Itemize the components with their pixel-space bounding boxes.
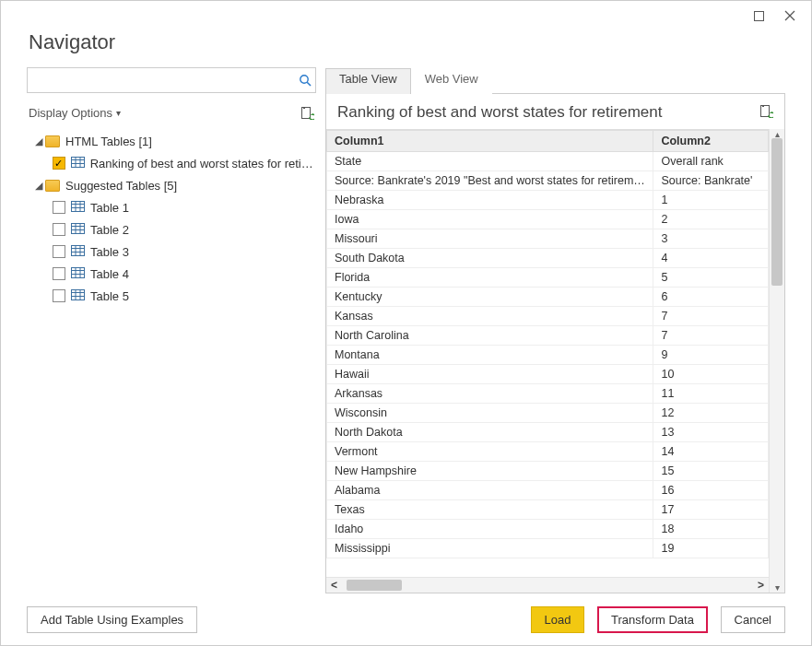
cell-column1: New Hampshire bbox=[327, 462, 653, 481]
maximize-button[interactable] bbox=[743, 5, 774, 27]
tree-item-table1[interactable]: Table 1 bbox=[27, 196, 316, 218]
scroll-right-icon[interactable]: > bbox=[753, 579, 769, 592]
search-input[interactable] bbox=[28, 74, 295, 88]
scroll-left-icon[interactable]: < bbox=[326, 579, 342, 592]
horizontal-scrollbar[interactable]: < > bbox=[326, 577, 769, 593]
table-row[interactable]: Montana9 bbox=[327, 346, 769, 365]
tree-group-suggested-tables[interactable]: ◢ Suggested Tables [5] bbox=[27, 174, 316, 196]
table-row[interactable]: North Carolina7 bbox=[327, 326, 769, 346]
cell-column1: Arkansas bbox=[327, 384, 653, 404]
preview-tabs: Table View Web View bbox=[325, 67, 785, 93]
table-row[interactable]: Source: Bankrate's 2019 "Best and worst … bbox=[327, 171, 769, 191]
table-row[interactable]: Nebraska1 bbox=[327, 191, 769, 210]
cell-column1: Hawaii bbox=[327, 365, 653, 384]
table-row[interactable]: South Dakota4 bbox=[327, 249, 769, 268]
checkbox[interactable] bbox=[53, 289, 65, 302]
cell-column1: North Carolina bbox=[327, 326, 653, 346]
tree-item-table5[interactable]: Table 5 bbox=[27, 285, 316, 307]
cell-column1: Missouri bbox=[327, 229, 653, 249]
cell-column2: 3 bbox=[653, 229, 769, 249]
table-icon bbox=[71, 267, 85, 281]
checkbox[interactable] bbox=[53, 245, 65, 258]
cell-column2: 10 bbox=[653, 365, 769, 384]
cancel-button[interactable]: Cancel bbox=[721, 606, 785, 633]
load-button[interactable]: Load bbox=[531, 606, 585, 633]
tree-group-label: HTML Tables [1] bbox=[65, 135, 152, 148]
cell-column1: North Dakota bbox=[327, 423, 653, 442]
table-row[interactable]: StateOverall rank bbox=[327, 152, 769, 171]
cell-column2: 15 bbox=[653, 462, 769, 481]
table-row[interactable]: Arkansas11 bbox=[327, 384, 769, 404]
table-row[interactable]: Kansas7 bbox=[327, 307, 769, 326]
search-box[interactable] bbox=[27, 67, 316, 93]
tree-item-table3[interactable]: Table 3 bbox=[27, 241, 316, 263]
tree-group-label: Suggested Tables [5] bbox=[65, 179, 177, 193]
table-row[interactable]: Hawaii10 bbox=[327, 365, 769, 384]
checkbox[interactable] bbox=[53, 201, 65, 214]
checkbox[interactable] bbox=[53, 267, 65, 280]
vertical-scrollbar[interactable]: ▴ ▾ bbox=[769, 129, 784, 593]
cell-column2: 17 bbox=[653, 500, 769, 520]
tree-item-ranking[interactable]: ✓ Ranking of best and worst states for r… bbox=[27, 152, 316, 174]
table-row[interactable]: Missouri3 bbox=[327, 229, 769, 249]
cell-column1: Kansas bbox=[327, 307, 653, 326]
add-table-using-examples-button[interactable]: Add Table Using Examples bbox=[27, 606, 197, 633]
tree-item-table2[interactable]: Table 2 bbox=[27, 218, 316, 241]
tree-item-label: Table 5 bbox=[90, 289, 129, 303]
table-row[interactable]: Texas17 bbox=[327, 500, 769, 520]
refresh-icon[interactable] bbox=[300, 106, 314, 120]
cell-column1: Vermont bbox=[327, 442, 653, 462]
table-row[interactable]: New Hampshire15 bbox=[327, 462, 769, 481]
table-row[interactable]: Florida5 bbox=[327, 268, 769, 288]
data-grid[interactable]: Column1 Column2 StateOverall rankSource:… bbox=[326, 130, 769, 577]
dialog-title: Navigator bbox=[1, 29, 811, 67]
table-row[interactable]: North Dakota13 bbox=[327, 423, 769, 442]
column-header-2[interactable]: Column2 bbox=[653, 131, 769, 152]
tree-group-html-tables[interactable]: ◢ HTML Tables [1] bbox=[27, 130, 316, 152]
cell-column2: 2 bbox=[653, 210, 769, 229]
folder-icon bbox=[45, 135, 60, 147]
table-icon bbox=[71, 289, 85, 303]
table-row[interactable]: Vermont14 bbox=[327, 442, 769, 462]
cell-column1: South Dakota bbox=[327, 249, 653, 268]
display-options-label: Display Options bbox=[29, 106, 112, 120]
table-row[interactable]: Mississippi19 bbox=[327, 539, 769, 558]
navigator-left-pane: Display Options ▾ ◢ HTML Tables [1] ✓ bbox=[27, 67, 325, 593]
cell-column2: 11 bbox=[653, 384, 769, 404]
checkbox-checked[interactable]: ✓ bbox=[53, 157, 65, 170]
cell-column1: Mississippi bbox=[327, 539, 653, 558]
cell-column1: Idaho bbox=[327, 520, 653, 539]
expand-icon: ◢ bbox=[34, 135, 43, 147]
display-options-dropdown[interactable]: Display Options ▾ bbox=[29, 106, 121, 120]
cell-column1: Alabama bbox=[327, 481, 653, 500]
scroll-down-icon[interactable]: ▾ bbox=[770, 582, 784, 593]
table-row[interactable]: Alabama16 bbox=[327, 481, 769, 500]
column-header-1[interactable]: Column1 bbox=[327, 131, 653, 152]
table-row[interactable]: Wisconsin12 bbox=[327, 404, 769, 423]
cell-column1: State bbox=[327, 152, 653, 171]
tree-item-table4[interactable]: Table 4 bbox=[27, 263, 316, 285]
refresh-preview-icon[interactable] bbox=[759, 104, 773, 121]
table-row[interactable]: Kentucky6 bbox=[327, 288, 769, 307]
navigator-tree: ◢ HTML Tables [1] ✓ Ranking of best and … bbox=[27, 130, 316, 593]
close-button[interactable] bbox=[774, 5, 806, 27]
table-icon bbox=[71, 245, 85, 259]
cell-column2: Source: Bankrate' bbox=[653, 171, 769, 191]
table-row[interactable]: Idaho18 bbox=[327, 520, 769, 539]
scrollbar-thumb[interactable] bbox=[771, 138, 783, 286]
scrollbar-thumb[interactable] bbox=[347, 580, 402, 591]
svg-rect-11 bbox=[72, 201, 85, 211]
checkbox[interactable] bbox=[53, 223, 65, 236]
maximize-icon bbox=[754, 11, 764, 21]
svg-rect-31 bbox=[72, 289, 85, 300]
preview-panel: Ranking of best and worst states for ret… bbox=[325, 93, 785, 593]
navigator-dialog: Navigator Display Options ▾ bbox=[0, 0, 812, 646]
transform-data-button[interactable]: Transform Data bbox=[597, 606, 708, 633]
cell-column2: 14 bbox=[653, 442, 769, 462]
tab-table-view[interactable]: Table View bbox=[325, 68, 411, 94]
table-header-row: Column1 Column2 bbox=[327, 131, 769, 152]
table-row[interactable]: Iowa2 bbox=[327, 210, 769, 229]
table-icon bbox=[71, 223, 85, 237]
tab-web-view[interactable]: Web View bbox=[411, 68, 492, 94]
cell-column2: 7 bbox=[653, 307, 769, 326]
